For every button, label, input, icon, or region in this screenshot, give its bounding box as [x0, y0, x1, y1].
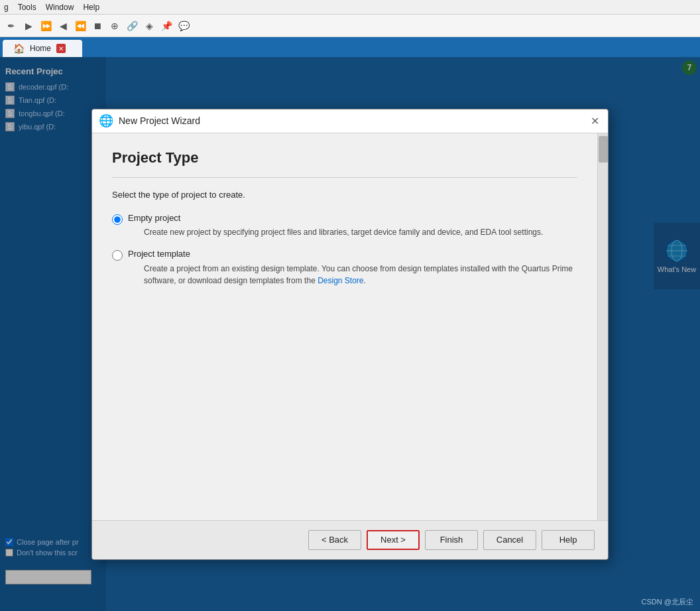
toolbar-icon-edit[interactable]: ✒: [4, 19, 19, 33]
design-store-link[interactable]: Design Store: [318, 276, 363, 285]
tab-close-btn[interactable]: ✕: [56, 44, 66, 53]
toolbar-icon-link[interactable]: 🔗: [125, 19, 139, 33]
dialog-heading: Project Type: [112, 149, 577, 167]
modal-backdrop: 🌐 New Project Wizard ✕ Project Type Sele…: [0, 57, 700, 611]
dialog-titlebar: 🌐 New Project Wizard ✕: [92, 109, 608, 133]
toolbar-icon-pin[interactable]: 📌: [159, 19, 174, 33]
dialog-body: Project Type Select the type of project …: [92, 133, 597, 520]
dialog-title-icon: 🌐: [99, 113, 113, 128]
toolbar-icon-flow[interactable]: ◈: [142, 19, 156, 33]
tab-bar: 🏠 Home ✕: [0, 37, 700, 57]
toolbar-icon-run[interactable]: ▶: [21, 19, 36, 33]
radio-option-empty[interactable]: Empty project Create new project by spec…: [112, 213, 577, 239]
menu-item-g[interactable]: g: [4, 3, 9, 12]
back-button[interactable]: < Back: [308, 530, 361, 550]
toolbar-icon-add[interactable]: ⊕: [107, 19, 122, 33]
watermark: CSDN @北辰尘: [642, 597, 693, 607]
menu-bar: g Tools Window Help: [0, 0, 700, 15]
toolbar-icon-rew[interactable]: ⏪: [73, 19, 88, 33]
dialog-footer: < Back Next > Finish Cancel Help: [92, 520, 608, 559]
toolbar-icon-ff[interactable]: ⏩: [38, 19, 53, 33]
cancel-button[interactable]: Cancel: [483, 530, 536, 550]
menu-item-window[interactable]: Window: [46, 3, 74, 12]
toolbar: ✒ ▶ ⏩ ◀ ⏪ ⏹ ⊕ 🔗 ◈ 📌 💬: [0, 15, 700, 37]
dialog-close-button[interactable]: ✕: [588, 114, 601, 127]
next-button[interactable]: Next >: [367, 530, 420, 550]
help-button[interactable]: Help: [542, 530, 595, 550]
radio-template-label: Project template: [128, 249, 190, 259]
dialog-scrollbar-thumb[interactable]: [599, 136, 608, 163]
radio-empty-description: Create new project by specifying project…: [128, 226, 543, 238]
new-project-dialog: 🌐 New Project Wizard ✕ Project Type Sele…: [91, 109, 609, 560]
finish-button[interactable]: Finish: [425, 530, 478, 550]
toolbar-icon-back[interactable]: ◀: [56, 19, 70, 33]
dialog-scrollbar[interactable]: [597, 133, 608, 520]
home-icon: 🏠: [13, 43, 25, 54]
toolbar-icon-comment[interactable]: 💬: [176, 19, 191, 33]
radio-empty[interactable]: [112, 214, 123, 225]
main-area: Recent Projec 📄 decoder.qpf (D: 📄 Tian.q…: [0, 57, 700, 611]
menu-item-tools[interactable]: Tools: [18, 3, 36, 12]
tab-home[interactable]: 🏠 Home ✕: [3, 40, 82, 57]
radio-template-description: Create a project from an existing design…: [128, 263, 577, 287]
menu-item-help[interactable]: Help: [83, 3, 99, 12]
dialog-divider: [112, 177, 577, 178]
dialog-title-text: New Project Wizard: [119, 115, 583, 126]
tab-home-label: Home: [30, 44, 51, 53]
toolbar-icon-stop[interactable]: ⏹: [90, 19, 105, 33]
radio-template[interactable]: [112, 250, 123, 261]
radio-option-template[interactable]: Project template Create a project from a…: [112, 249, 577, 287]
radio-empty-label: Empty project: [128, 213, 180, 223]
dialog-subtitle: Select the type of project to create.: [112, 190, 577, 200]
